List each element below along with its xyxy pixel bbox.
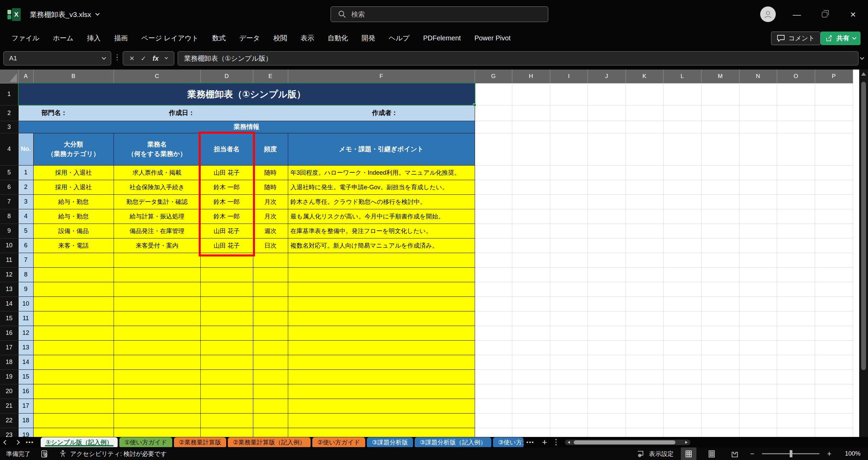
column-header[interactable]: D [200, 70, 253, 83]
ribbon-tab[interactable]: 自動化 [321, 30, 355, 46]
empty-cell[interactable] [815, 399, 853, 413]
empty-cell[interactable] [777, 399, 815, 413]
cell-category[interactable] [33, 428, 114, 437]
empty-cell[interactable] [550, 267, 588, 282]
column-header[interactable]: B [33, 70, 114, 83]
empty-cell[interactable] [815, 311, 853, 326]
ribbon-tab[interactable]: ヘルプ [382, 30, 416, 46]
cell-task[interactable] [114, 399, 200, 413]
cell-no[interactable]: 4 [18, 209, 33, 224]
empty-cell[interactable] [701, 238, 739, 253]
empty-cell[interactable] [663, 355, 701, 369]
cell-task[interactable]: 社会保険加入手続き [114, 180, 200, 194]
empty-cell[interactable] [777, 326, 815, 340]
ribbon-tab[interactable]: ファイル [5, 30, 46, 46]
empty-cell[interactable] [512, 267, 550, 282]
empty-cell[interactable] [475, 369, 512, 384]
empty-cell[interactable] [815, 296, 853, 311]
empty-cell[interactable] [777, 180, 815, 194]
cell-frequency[interactable] [253, 296, 288, 311]
cell-frequency[interactable]: 日次 [253, 238, 288, 253]
empty-cell[interactable] [663, 253, 701, 267]
empty-cell[interactable] [475, 253, 512, 267]
row-header[interactable]: 21 [0, 399, 18, 413]
empty-cell[interactable] [739, 238, 777, 253]
empty-cell[interactable] [588, 209, 626, 224]
column-header[interactable]: H [512, 70, 550, 83]
empty-cell[interactable] [512, 413, 550, 428]
column-header[interactable]: E [253, 70, 288, 83]
scroll-up-icon[interactable] [861, 72, 866, 76]
empty-cell[interactable] [475, 238, 512, 253]
cell-task[interactable] [114, 267, 200, 282]
cell-category[interactable] [33, 296, 114, 311]
empty-cell[interactable] [550, 194, 588, 209]
empty-cell[interactable] [626, 428, 663, 437]
cell-no[interactable]: 6 [18, 238, 33, 253]
empty-cell[interactable] [626, 194, 663, 209]
empty-cell[interactable] [626, 296, 663, 311]
header-task[interactable]: 業務名 （何をする業務か） [114, 133, 200, 165]
empty-cell[interactable] [701, 296, 739, 311]
empty-cell[interactable] [512, 326, 550, 340]
sheet-list-button[interactable]: ••• [23, 439, 37, 446]
empty-cell[interactable] [777, 83, 815, 105]
empty-cell[interactable] [663, 224, 701, 238]
cell-memo[interactable]: 入退社時に発生。電子申請e-Gov。副担当を育成したい。 [288, 180, 475, 194]
empty-cell[interactable] [550, 326, 588, 340]
column-header[interactable]: N [739, 70, 777, 83]
empty-cell[interactable] [739, 340, 777, 355]
empty-cell[interactable] [626, 399, 663, 413]
cell-person[interactable]: 山田 花子 [200, 165, 253, 180]
empty-cell[interactable] [475, 326, 512, 340]
cell-category[interactable] [33, 326, 114, 340]
vertical-scrollbar[interactable] [859, 70, 868, 437]
ribbon-tab[interactable]: 開発 [355, 30, 382, 46]
cell-memo[interactable] [288, 340, 475, 355]
cell-person[interactable]: 鈴木 一郎 [200, 209, 253, 224]
cell-task[interactable]: 給与計算・振込処理 [114, 209, 200, 224]
cell-frequency[interactable] [253, 311, 288, 326]
cell-task[interactable]: 来客受付・案内 [114, 238, 200, 253]
select-all-corner[interactable] [0, 70, 18, 83]
empty-cell[interactable] [777, 209, 815, 224]
empty-cell[interactable] [588, 413, 626, 428]
empty-cell[interactable] [739, 355, 777, 369]
empty-cell[interactable] [588, 105, 626, 121]
empty-cell[interactable] [815, 326, 853, 340]
cell-no[interactable]: 13 [18, 340, 33, 355]
empty-cell[interactable] [663, 384, 701, 399]
cell-category[interactable]: 採用・入退社 [33, 180, 114, 194]
cell-task[interactable] [114, 369, 200, 384]
empty-cell[interactable] [701, 340, 739, 355]
cell-category[interactable]: 給与・勤怠 [33, 194, 114, 209]
row-header[interactable]: 10 [0, 238, 18, 253]
more-sheets-button[interactable]: ••• [524, 439, 537, 446]
cell-memo[interactable] [288, 355, 475, 369]
cell-task[interactable]: 求人票作成・掲載 [114, 165, 200, 180]
empty-cell[interactable] [512, 180, 550, 194]
row-header[interactable]: 14 [0, 296, 18, 311]
empty-cell[interactable] [550, 209, 588, 224]
empty-cell[interactable] [663, 282, 701, 296]
empty-cell[interactable] [815, 340, 853, 355]
cell-person[interactable]: 鈴木 一郎 [200, 194, 253, 209]
empty-cell[interactable] [550, 165, 588, 180]
empty-cell[interactable] [739, 311, 777, 326]
ribbon-tab[interactable]: PDFelement [416, 31, 468, 45]
scroll-right-icon[interactable] [685, 441, 688, 444]
column-header[interactable]: I [550, 70, 588, 83]
empty-cell[interactable] [777, 311, 815, 326]
minimize-button[interactable]: — [786, 0, 808, 29]
empty-cell[interactable] [663, 133, 701, 165]
empty-cell[interactable] [588, 355, 626, 369]
cell-frequency[interactable] [253, 384, 288, 399]
row-header[interactable]: 4 [0, 133, 18, 165]
row-header[interactable]: 11 [0, 253, 18, 267]
empty-cell[interactable] [777, 105, 815, 121]
column-header[interactable]: M [701, 70, 739, 83]
cell-memo[interactable]: 年3回程度。ハローワーク・Indeed利用。マニュアル化推奨。 [288, 165, 475, 180]
empty-cell[interactable] [626, 311, 663, 326]
cell-person[interactable] [200, 311, 253, 326]
empty-cell[interactable] [777, 133, 815, 165]
